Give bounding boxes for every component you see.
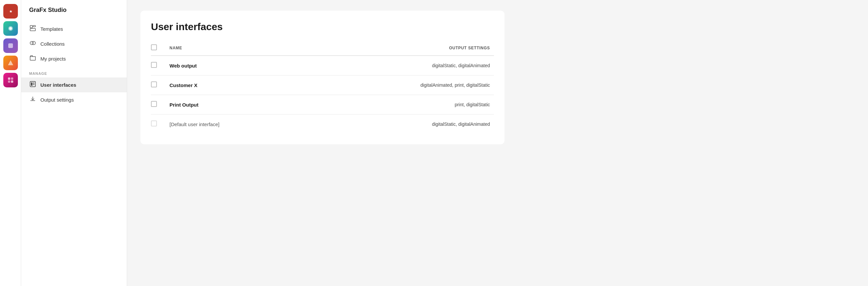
row-output-settings: print, digitalStatic <box>306 95 494 115</box>
select-all-checkbox[interactable] <box>151 44 157 50</box>
user-interfaces-table: NAME OUTPUT SETTINGS Web outputdigitalSt… <box>151 42 494 134</box>
content-card: User interfaces NAME OUTPUT SETTINGS Web… <box>141 10 504 144</box>
teal-app-icon[interactable] <box>3 21 18 36</box>
pink-app-icon[interactable] <box>3 73 18 87</box>
sidebar-item-my-projects[interactable]: My projects <box>21 51 127 66</box>
svg-rect-7 <box>11 77 13 80</box>
svg-marker-5 <box>8 60 13 65</box>
row-name: Web output <box>165 56 306 75</box>
sidebar-item-output-settings[interactable]: Output settings <box>21 92 127 107</box>
sidebar-item-templates[interactable]: Templates <box>21 22 127 36</box>
collections-icon <box>29 40 36 48</box>
app-title: GraFx Studio <box>21 7 127 22</box>
row-output-settings: digitalStatic, digitalAnimated <box>306 56 494 75</box>
main-content: User interfaces NAME OUTPUT SETTINGS Web… <box>127 0 868 286</box>
row-output-settings: digitalAnimated, print, digitalStatic <box>306 75 494 95</box>
page-title: User interfaces <box>151 21 494 32</box>
templates-label: Templates <box>40 26 63 32</box>
user-interfaces-label: User interfaces <box>40 82 76 88</box>
svg-rect-11 <box>33 26 35 27</box>
row-checkbox[interactable] <box>151 62 157 68</box>
sidebar-item-collections[interactable]: Collections <box>21 36 127 51</box>
table-row: Customer XdigitalAnimated, print, digita… <box>151 75 494 95</box>
row-name: Customer X <box>165 75 306 95</box>
row-checkbox-cell <box>151 115 165 134</box>
sidebar: GraFx Studio Templates Collections <box>21 0 127 286</box>
my-projects-icon <box>29 55 36 63</box>
svg-rect-16 <box>31 83 32 86</box>
templates-icon <box>29 25 36 33</box>
collections-label: Collections <box>40 41 65 47</box>
table-row: Web outputdigitalStatic, digitalAnimated <box>151 56 494 75</box>
purple-app-icon[interactable] <box>3 38 18 53</box>
row-output-settings: digitalStatic, digitalAnimated <box>306 115 494 134</box>
row-checkbox[interactable] <box>151 82 157 87</box>
svg-rect-10 <box>30 26 32 28</box>
row-checkbox[interactable] <box>151 101 157 107</box>
row-checkbox-cell <box>151 75 165 95</box>
svg-rect-15 <box>30 82 35 87</box>
row-checkbox[interactable] <box>151 121 157 126</box>
table-row: [Default user interface]digitalStatic, d… <box>151 115 494 134</box>
svg-rect-6 <box>8 77 10 80</box>
svg-rect-9 <box>11 81 13 83</box>
grafx-logo-icon[interactable]: ★ <box>3 4 18 19</box>
select-all-header <box>151 42 165 56</box>
row-name: Print Output <box>165 95 306 115</box>
my-projects-label: My projects <box>40 56 66 62</box>
row-checkbox-cell <box>151 56 165 75</box>
svg-point-3 <box>9 27 12 30</box>
manage-section-label: MANAGE <box>21 66 127 77</box>
orange-app-icon[interactable] <box>3 56 18 70</box>
icon-rail: ★ <box>0 0 21 286</box>
svg-text:★: ★ <box>9 9 12 13</box>
svg-point-14 <box>32 41 35 45</box>
output-settings-column-header: OUTPUT SETTINGS <box>306 42 494 56</box>
row-checkbox-cell <box>151 95 165 115</box>
sidebar-item-user-interfaces[interactable]: User interfaces <box>21 77 127 92</box>
output-settings-label: Output settings <box>40 97 74 103</box>
row-name: [Default user interface] <box>165 115 306 134</box>
table-row: Print Outputprint, digitalStatic <box>151 95 494 115</box>
svg-rect-4 <box>8 43 13 48</box>
user-interfaces-icon <box>29 81 36 89</box>
output-settings-icon <box>29 96 36 104</box>
name-column-header: NAME <box>165 42 306 56</box>
svg-rect-8 <box>8 81 10 83</box>
svg-rect-12 <box>30 29 35 31</box>
